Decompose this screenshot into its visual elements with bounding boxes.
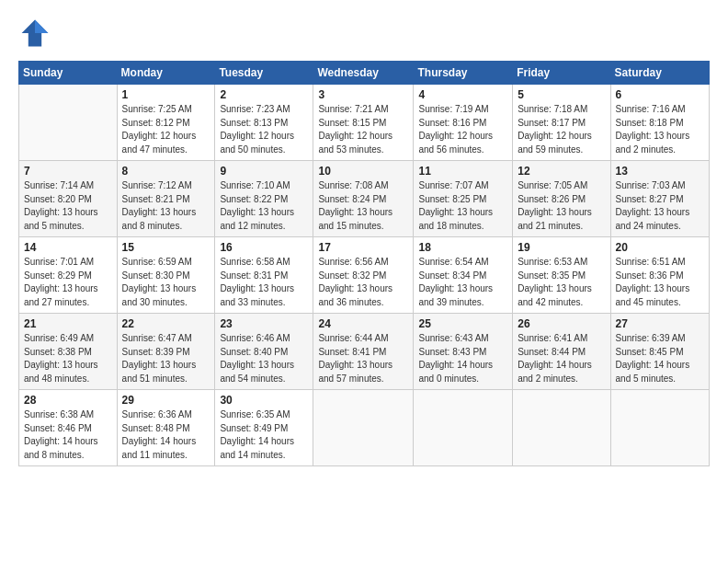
calendar-day-cell: 3Sunrise: 7:21 AM Sunset: 8:15 PM Daylig… (313, 85, 414, 161)
calendar-day-cell: 25Sunrise: 6:43 AM Sunset: 8:43 PM Dayli… (414, 314, 513, 390)
calendar-day-cell: 6Sunrise: 7:16 AM Sunset: 8:18 PM Daylig… (610, 85, 709, 161)
calendar-day-cell: 23Sunrise: 6:46 AM Sunset: 8:40 PM Dayli… (215, 314, 313, 390)
day-number: 1 (122, 88, 210, 101)
calendar-day-cell: 4Sunrise: 7:19 AM Sunset: 8:16 PM Daylig… (414, 85, 513, 161)
calendar-day-cell: 7Sunrise: 7:14 AM Sunset: 8:20 PM Daylig… (19, 161, 118, 237)
weekday-header: Sunday (19, 62, 118, 85)
calendar-day-cell: 9Sunrise: 7:10 AM Sunset: 8:22 PM Daylig… (215, 161, 313, 237)
day-number: 2 (220, 88, 308, 101)
day-number: 17 (318, 241, 408, 254)
calendar-day-cell (610, 390, 709, 466)
calendar-day-cell: 17Sunrise: 6:56 AM Sunset: 8:32 PM Dayli… (313, 237, 414, 314)
calendar-day-cell: 22Sunrise: 6:47 AM Sunset: 8:39 PM Dayli… (117, 314, 215, 390)
day-info: Sunrise: 6:59 AM Sunset: 8:30 PM Dayligh… (122, 256, 210, 309)
day-info: Sunrise: 6:46 AM Sunset: 8:40 PM Dayligh… (220, 332, 308, 385)
day-info: Sunrise: 7:01 AM Sunset: 8:29 PM Dayligh… (24, 256, 112, 309)
calendar-day-cell (313, 390, 414, 466)
day-info: Sunrise: 7:19 AM Sunset: 8:16 PM Dayligh… (418, 103, 507, 156)
calendar-day-cell: 30Sunrise: 6:35 AM Sunset: 8:49 PM Dayli… (215, 390, 313, 466)
calendar-day-cell: 21Sunrise: 6:49 AM Sunset: 8:38 PM Dayli… (19, 314, 118, 390)
day-info: Sunrise: 7:16 AM Sunset: 8:18 PM Dayligh… (616, 103, 704, 156)
day-number: 28 (24, 394, 112, 407)
calendar-day-cell: 27Sunrise: 6:39 AM Sunset: 8:45 PM Dayli… (610, 314, 709, 390)
calendar-day-cell: 11Sunrise: 7:07 AM Sunset: 8:25 PM Dayli… (414, 161, 513, 237)
day-number: 26 (518, 317, 605, 330)
day-info: Sunrise: 6:41 AM Sunset: 8:44 PM Dayligh… (518, 332, 605, 385)
day-number: 6 (616, 88, 704, 101)
day-info: Sunrise: 6:58 AM Sunset: 8:31 PM Dayligh… (220, 256, 308, 309)
calendar-day-cell: 28Sunrise: 6:38 AM Sunset: 8:46 PM Dayli… (19, 390, 118, 466)
calendar-day-cell: 19Sunrise: 6:53 AM Sunset: 8:35 PM Dayli… (513, 237, 610, 314)
weekday-header: Tuesday (215, 62, 313, 85)
day-info: Sunrise: 6:47 AM Sunset: 8:39 PM Dayligh… (122, 332, 210, 385)
calendar-day-cell: 29Sunrise: 6:36 AM Sunset: 8:48 PM Dayli… (117, 390, 215, 466)
day-info: Sunrise: 6:39 AM Sunset: 8:45 PM Dayligh… (616, 332, 704, 385)
day-number: 21 (24, 317, 112, 330)
day-number: 13 (616, 165, 704, 178)
weekday-header: Wednesday (313, 62, 414, 85)
day-info: Sunrise: 7:14 AM Sunset: 8:20 PM Dayligh… (24, 179, 112, 233)
calendar-day-cell: 10Sunrise: 7:08 AM Sunset: 8:24 PM Dayli… (313, 161, 414, 237)
day-number: 24 (318, 317, 408, 330)
day-info: Sunrise: 7:10 AM Sunset: 8:22 PM Dayligh… (220, 179, 308, 233)
calendar-day-cell (414, 390, 513, 466)
calendar-day-cell: 15Sunrise: 6:59 AM Sunset: 8:30 PM Dayli… (117, 237, 215, 314)
calendar-day-cell: 14Sunrise: 7:01 AM Sunset: 8:29 PM Dayli… (19, 237, 118, 314)
logo (18, 17, 53, 50)
calendar: SundayMondayTuesdayWednesdayThursdayFrid… (18, 61, 710, 466)
calendar-day-cell: 13Sunrise: 7:03 AM Sunset: 8:27 PM Dayli… (610, 161, 709, 237)
day-info: Sunrise: 7:08 AM Sunset: 8:24 PM Dayligh… (318, 179, 408, 233)
day-number: 23 (220, 317, 308, 330)
svg-marker-1 (35, 20, 48, 33)
day-info: Sunrise: 6:35 AM Sunset: 8:49 PM Dayligh… (220, 408, 308, 462)
day-number: 3 (318, 88, 408, 101)
calendar-day-cell (513, 390, 610, 466)
weekday-header: Saturday (610, 62, 709, 85)
weekday-header: Friday (513, 62, 610, 85)
calendar-day-cell (19, 85, 118, 161)
calendar-day-cell: 18Sunrise: 6:54 AM Sunset: 8:34 PM Dayli… (414, 237, 513, 314)
calendar-day-cell: 2Sunrise: 7:23 AM Sunset: 8:13 PM Daylig… (215, 85, 313, 161)
calendar-day-cell: 26Sunrise: 6:41 AM Sunset: 8:44 PM Dayli… (513, 314, 610, 390)
day-info: Sunrise: 7:18 AM Sunset: 8:17 PM Dayligh… (518, 103, 605, 156)
day-number: 16 (220, 241, 308, 254)
calendar-header-row: SundayMondayTuesdayWednesdayThursdayFrid… (19, 62, 710, 85)
day-info: Sunrise: 7:07 AM Sunset: 8:25 PM Dayligh… (418, 179, 507, 233)
day-number: 12 (518, 165, 605, 178)
day-number: 11 (418, 165, 507, 178)
day-info: Sunrise: 6:38 AM Sunset: 8:46 PM Dayligh… (24, 408, 112, 462)
header (18, 17, 710, 50)
day-info: Sunrise: 6:36 AM Sunset: 8:48 PM Dayligh… (122, 408, 210, 462)
day-info: Sunrise: 7:21 AM Sunset: 8:15 PM Dayligh… (318, 103, 408, 156)
calendar-week-row: 7Sunrise: 7:14 AM Sunset: 8:20 PM Daylig… (19, 161, 710, 237)
calendar-week-row: 28Sunrise: 6:38 AM Sunset: 8:46 PM Dayli… (19, 390, 710, 466)
day-info: Sunrise: 6:44 AM Sunset: 8:41 PM Dayligh… (318, 332, 408, 385)
day-number: 30 (220, 394, 308, 407)
day-number: 10 (318, 165, 408, 178)
calendar-day-cell: 5Sunrise: 7:18 AM Sunset: 8:17 PM Daylig… (513, 85, 610, 161)
day-info: Sunrise: 6:53 AM Sunset: 8:35 PM Dayligh… (518, 256, 605, 309)
day-info: Sunrise: 6:54 AM Sunset: 8:34 PM Dayligh… (418, 256, 507, 309)
day-info: Sunrise: 6:51 AM Sunset: 8:36 PM Dayligh… (616, 256, 704, 309)
logo-icon (18, 17, 51, 50)
day-number: 22 (122, 317, 210, 330)
day-number: 20 (616, 241, 704, 254)
day-info: Sunrise: 6:56 AM Sunset: 8:32 PM Dayligh… (318, 256, 408, 309)
calendar-day-cell: 20Sunrise: 6:51 AM Sunset: 8:36 PM Dayli… (610, 237, 709, 314)
day-number: 8 (122, 165, 210, 178)
calendar-week-row: 14Sunrise: 7:01 AM Sunset: 8:29 PM Dayli… (19, 237, 710, 314)
calendar-day-cell: 24Sunrise: 6:44 AM Sunset: 8:41 PM Dayli… (313, 314, 414, 390)
day-number: 7 (24, 165, 112, 178)
day-number: 9 (220, 165, 308, 178)
day-number: 25 (418, 317, 507, 330)
calendar-day-cell: 8Sunrise: 7:12 AM Sunset: 8:21 PM Daylig… (117, 161, 215, 237)
day-number: 15 (122, 241, 210, 254)
weekday-header: Monday (117, 62, 215, 85)
day-info: Sunrise: 7:25 AM Sunset: 8:12 PM Dayligh… (122, 103, 210, 156)
calendar-week-row: 1Sunrise: 7:25 AM Sunset: 8:12 PM Daylig… (19, 85, 710, 161)
day-number: 18 (418, 241, 507, 254)
calendar-day-cell: 12Sunrise: 7:05 AM Sunset: 8:26 PM Dayli… (513, 161, 610, 237)
day-number: 5 (518, 88, 605, 101)
day-number: 19 (518, 241, 605, 254)
day-number: 4 (418, 88, 507, 101)
